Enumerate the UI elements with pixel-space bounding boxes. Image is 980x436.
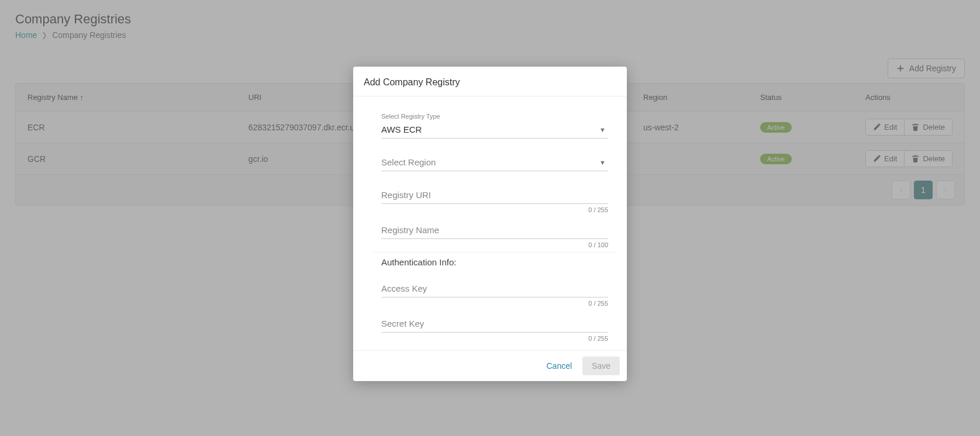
- access-key-field: 0 / 255: [381, 280, 608, 307]
- registry-uri-input[interactable]: [381, 186, 608, 204]
- registry-type-select[interactable]: [381, 121, 608, 139]
- registry-type-field: Select Registry Type ▼: [381, 113, 608, 139]
- access-key-input[interactable]: [381, 280, 608, 297]
- secret-key-counter: 0 / 255: [381, 335, 608, 342]
- save-button[interactable]: Save: [582, 357, 620, 375]
- region-select[interactable]: [381, 154, 608, 171]
- uri-field: 0 / 255: [381, 186, 608, 213]
- name-field: 0 / 100: [381, 222, 608, 248]
- registry-name-input[interactable]: [381, 222, 608, 239]
- modal-title: Add Company Registry: [353, 67, 627, 96]
- cancel-button[interactable]: Cancel: [538, 357, 580, 375]
- name-counter: 0 / 100: [381, 241, 608, 248]
- modal-footer: Cancel Save: [353, 350, 627, 381]
- region-field: ▼: [381, 154, 608, 171]
- secret-key-field: 0 / 255: [381, 315, 608, 342]
- access-key-counter: 0 / 255: [381, 300, 608, 307]
- add-registry-modal: Add Company Registry Select Registry Typ…: [353, 67, 627, 381]
- uri-counter: 0 / 255: [381, 206, 608, 213]
- registry-type-label: Select Registry Type: [381, 113, 608, 120]
- secret-key-input[interactable]: [381, 315, 608, 333]
- modal-overlay[interactable]: Add Company Registry Select Registry Typ…: [0, 0, 980, 436]
- auth-section-title: Authentication Info:: [373, 252, 616, 267]
- modal-body: Select Registry Type ▼ ▼ 0 / 255 0 / 100: [353, 96, 627, 350]
